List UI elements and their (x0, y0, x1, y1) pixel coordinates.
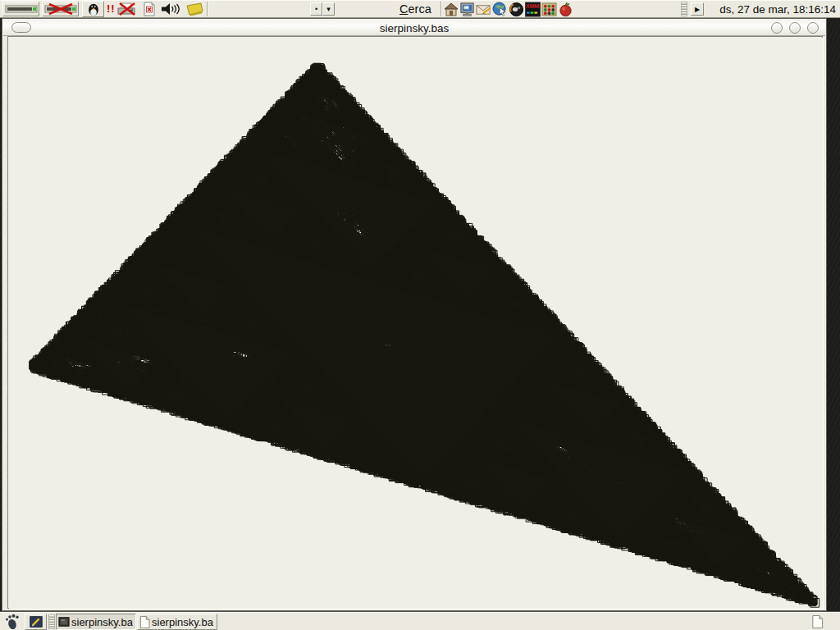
panel-drag-handle[interactable] (681, 2, 687, 16)
document-icon (139, 616, 150, 628)
desktop-page-icon (811, 615, 824, 628)
launcher-xmms[interactable]: XMM (524, 1, 541, 17)
modem-status-applet[interactable] (2, 2, 39, 16)
document-error-applet[interactable] (140, 2, 158, 16)
launcher-browser[interactable] (491, 1, 508, 17)
modem-bar-icon (5, 3, 38, 15)
clock-applet: ds, 27 de mar, 18:16:14 (719, 0, 836, 18)
gnome-foot-icon (4, 614, 21, 630)
speaker-icon (160, 2, 181, 16)
modem-bar-x-icon (44, 3, 77, 15)
balls-grid-icon (541, 2, 557, 17)
print-queue-applet[interactable] (116, 2, 139, 16)
menu-cerca[interactable]: Cerca (396, 1, 435, 17)
tux-monitor-applet[interactable] (82, 1, 104, 17)
monitor-icon (459, 2, 475, 17)
launcher-apple[interactable] (557, 1, 573, 17)
terminal-window-icon (58, 616, 70, 628)
globe-cursor-icon (492, 2, 508, 17)
launcher-game[interactable] (541, 1, 557, 17)
bottom-panel: sierpinsky.ba sierpinsky.ba (0, 612, 840, 630)
volume-applet[interactable] (159, 2, 182, 16)
tasklist-arrow-button[interactable]: ▶ (691, 2, 704, 16)
apple-icon (558, 2, 573, 17)
task-button-document[interactable]: sierpinsky.ba (137, 614, 217, 630)
titlebar[interactable]: sierpinsky.bas (3, 20, 825, 36)
fractal-canvas (9, 38, 823, 609)
home-icon (443, 2, 459, 17)
page-x-icon (142, 2, 157, 16)
dark-disc-icon (509, 2, 524, 17)
alert-badge: !! (107, 2, 116, 15)
menu-label-rest: erca (408, 2, 431, 16)
task-label: sierpinsky.ba (71, 616, 133, 628)
window-menu-button[interactable] (11, 22, 31, 33)
close-button[interactable] (807, 22, 819, 34)
printer-x-icon (116, 2, 138, 16)
arrow-right-icon: ▶ (695, 6, 700, 13)
panel-separator (207, 2, 208, 16)
pager-dot-glyph: • (315, 5, 317, 13)
top-panel: !! • ▾ (0, 0, 840, 18)
gnome-menu-button[interactable] (2, 614, 23, 630)
show-desktop-button[interactable] (809, 614, 825, 629)
mail-compose-icon (476, 2, 491, 17)
penguin-icon (86, 2, 101, 16)
chevron-down-icon: ▾ (326, 5, 331, 13)
sticky-note-icon (185, 2, 203, 16)
editor-launcher-button[interactable] (25, 614, 47, 630)
xmms-label: XMM (526, 3, 539, 9)
app-window: sierpinsky.bas (2, 18, 827, 611)
launcher-home[interactable] (442, 1, 459, 17)
task-label: sierpinsky.ba (152, 616, 213, 628)
menu-accelerator: C (399, 2, 408, 16)
panel-drag-handle[interactable] (48, 614, 55, 629)
notes-applet[interactable] (184, 2, 205, 16)
task-button-program[interactable]: sierpinsky.ba (56, 614, 136, 630)
window-content (7, 36, 823, 609)
pager-dot-button[interactable]: • (310, 2, 322, 16)
window-title: sierpinsky.bas (380, 20, 450, 36)
maximize-button[interactable] (789, 22, 801, 34)
modem-disconnected-applet[interactable] (42, 2, 79, 16)
pen-document-icon (29, 614, 43, 629)
pager-arrow-button[interactable]: ▾ (322, 2, 335, 16)
launcher-mail[interactable] (475, 1, 491, 17)
launcher-media[interactable] (508, 1, 524, 17)
launcher-display[interactable] (459, 1, 475, 17)
minimize-button[interactable] (771, 22, 783, 34)
